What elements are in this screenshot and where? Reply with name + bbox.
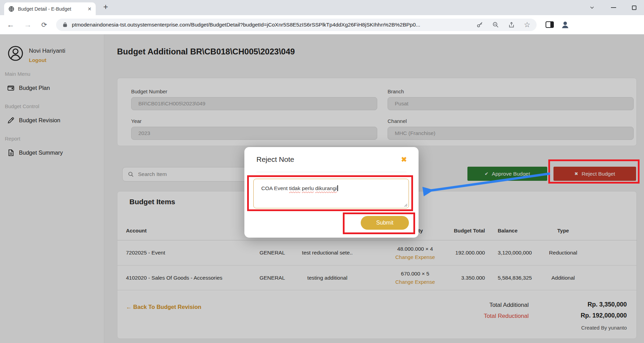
minimize-icon[interactable] <box>611 7 616 8</box>
chevron-down-icon[interactable] <box>589 4 595 11</box>
profile-avatar-icon[interactable] <box>561 20 570 29</box>
note-text-prefix: COA Event <box>261 185 288 191</box>
browser-window: Budget Detail - E-Budget ✕ + ← → ⟳ ptmod… <box>0 0 644 343</box>
resize-handle-icon[interactable] <box>403 203 408 207</box>
tab-strip: Budget Detail - E-Budget ✕ + <box>0 0 644 15</box>
globe-icon <box>8 6 14 12</box>
back-icon[interactable]: ← <box>7 21 14 29</box>
address-bar[interactable]: ptmodenaindonesia-tst.outsystemsenterpri… <box>56 19 537 31</box>
note-word: perlu <box>302 185 314 191</box>
note-word: tidak <box>289 185 300 191</box>
modal-close-icon[interactable]: ✖ <box>401 155 407 164</box>
submit-button[interactable]: Submit <box>361 216 409 230</box>
browser-toolbar: ← → ⟳ ptmodenaindonesia-tst.outsystemsen… <box>0 15 644 34</box>
bookmark-star-icon[interactable]: ☆ <box>524 21 530 28</box>
new-tab-button[interactable]: + <box>101 2 111 12</box>
reload-icon[interactable]: ⟳ <box>41 21 47 28</box>
side-panel-icon[interactable] <box>546 21 554 28</box>
key-icon[interactable] <box>476 21 483 28</box>
modal-divider <box>256 172 407 172</box>
url-text: ptmodenaindonesia-tst.outsystemsenterpri… <box>72 22 467 28</box>
maximize-icon[interactable] <box>632 6 636 10</box>
text-caret <box>337 185 338 191</box>
share-icon[interactable] <box>508 21 515 28</box>
tab-title: Budget Detail - E-Budget <box>18 6 87 12</box>
modal-title: Reject Note <box>256 155 294 164</box>
note-word: dikurangi <box>315 185 337 191</box>
zoom-icon[interactable] <box>492 21 499 28</box>
browser-tab[interactable]: Budget Detail - E-Budget ✕ <box>4 2 96 15</box>
tab-close-icon[interactable]: ✕ <box>87 6 92 12</box>
lock-icon <box>62 22 68 28</box>
window-controls <box>589 0 636 15</box>
forward-icon[interactable]: → <box>24 21 32 29</box>
reject-note-textarea[interactable]: COA Event tidak perlu dikurangi <box>253 179 409 208</box>
